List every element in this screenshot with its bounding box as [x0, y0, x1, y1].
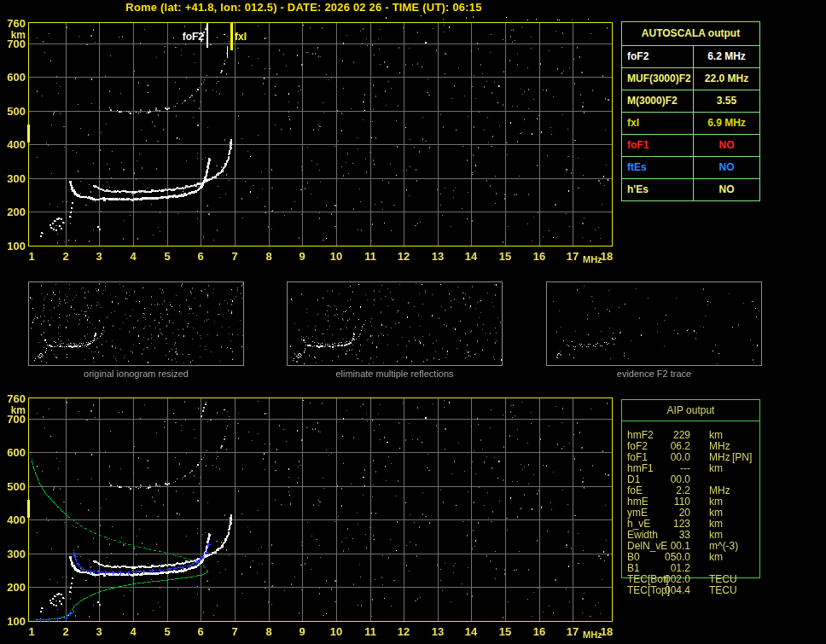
aip-row-TEC[Top]: TEC[Top]004.4TECU	[622, 585, 810, 596]
x-tick-label: 16	[528, 250, 550, 263]
y-axis-unit-label: km	[0, 404, 26, 416]
autoscala-row-ftEs: ftEsNO	[622, 157, 759, 179]
thumbnail-caption-evidence: evidence F2 trace	[546, 368, 762, 379]
x-tick-label: 13	[427, 625, 449, 638]
aip-output-table: AIP output hmF2229kmfoF206.2MHzfoF100.0M…	[621, 399, 760, 578]
autoscala-row-label: h'Es	[622, 179, 694, 200]
x-tick-label: 14	[460, 250, 482, 263]
x-tick-label: 1	[20, 250, 43, 263]
y-tick-label: 600	[0, 446, 26, 459]
x-tick-label: 7	[224, 250, 246, 263]
y-tick-label: 200	[0, 581, 26, 594]
thumbnail-caption-eliminate: eliminate multiple reflections	[287, 368, 503, 379]
autoscala-row-value: 3.55	[694, 90, 759, 112]
autoscala-row-label: M(3000)F2	[622, 90, 694, 112]
y-tick-label: 760	[0, 17, 26, 30]
x-tick-label: 2	[55, 250, 77, 263]
x-tick-label: 16	[528, 625, 550, 638]
thumbnail-caption-original: original ionogram resized	[28, 368, 244, 379]
x-tick-label: 15	[494, 625, 516, 638]
fxI-marker-label: fxI	[235, 31, 247, 43]
aip-table-header: AIP output	[622, 400, 759, 421]
autoscala-row-label: fxI	[622, 113, 694, 134]
y-tick-label: 300	[0, 172, 26, 185]
autoscala-screen: Rome (lat: +41.8, lon: 012.5) - DATE: 20…	[0, 0, 826, 644]
y-tick-label: 200	[0, 206, 26, 218]
y-tick-label: 400	[0, 138, 26, 151]
autoscala-row-label: foF2	[622, 46, 694, 67]
aip-unit: km	[709, 552, 723, 563]
autoscala-row-label: ftEs	[622, 157, 694, 178]
y-tick-label: 500	[0, 480, 26, 493]
y-tick-label: 400	[0, 513, 26, 526]
x-tick-label: 6	[189, 625, 212, 638]
aip-value: 004.4	[637, 585, 690, 596]
x-tick-label: 11	[359, 625, 381, 638]
y-tick-label: 600	[0, 71, 26, 84]
x-tick-label: 12	[393, 250, 415, 263]
x-tick-label: 8	[258, 625, 280, 638]
x-tick-label: 1	[20, 625, 43, 638]
x-tick-label: 11	[359, 250, 381, 263]
x-tick-label: 9	[291, 625, 313, 638]
aip-row-hmF1: hmF1---km	[622, 463, 810, 474]
aip-unit: TECU	[709, 585, 737, 596]
x-tick-label: 10	[325, 250, 347, 263]
x-tick-label: 15	[494, 250, 516, 263]
aip-extra: [PN]	[732, 452, 752, 463]
autoscala-table-header: AUTOSCALA output	[622, 22, 759, 46]
autoscala-row-value: NO	[694, 135, 759, 156]
autoscala-row-foF2: foF26.2 MHz	[622, 46, 759, 68]
x-tick-label: 8	[258, 250, 280, 263]
x-tick-label: 4	[122, 250, 144, 263]
autoscala-row-value: 6.9 MHz	[694, 113, 759, 134]
x-axis-unit-label: MHz	[583, 629, 602, 640]
x-tick-label: 17	[561, 250, 584, 263]
autoscala-row-value: 6.2 MHz	[694, 46, 759, 67]
x-tick-label: 2	[55, 625, 77, 638]
x-tick-label: 6	[189, 250, 212, 263]
autoscala-table-body: foF26.2 MHzMUF(3000)F222.0 MHzM(3000)F23…	[622, 46, 759, 200]
x-tick-label: 17	[561, 625, 584, 638]
x-tick-label: 10	[325, 625, 347, 638]
x-tick-label: 7	[224, 625, 246, 638]
x-tick-label: 13	[427, 250, 449, 263]
aip-row-B0: B0050.0km	[622, 552, 810, 563]
autoscala-row-fxI: fxI6.9 MHz	[622, 113, 759, 135]
y-tick-label: 760	[0, 392, 26, 405]
autoscala-row-h'Es: h'EsNO	[622, 179, 759, 200]
autoscala-output-table: AUTOSCALA output foF26.2 MHzMUF(3000)F22…	[621, 21, 760, 201]
x-axis-unit-label: MHz	[583, 254, 602, 264]
autoscala-row-label: MUF(3000)F2	[622, 68, 694, 90]
autoscala-row-M(3000)F2: M(3000)F23.55	[622, 90, 759, 113]
autoscala-row-MUF(3000)F2: MUF(3000)F222.0 MHz	[622, 68, 759, 90]
x-tick-label: 3	[88, 250, 110, 263]
autoscala-row-foF1: foF1NO	[622, 135, 759, 157]
autoscala-row-label: foF1	[622, 135, 694, 156]
y-tick-label: 500	[0, 105, 26, 118]
x-tick-label: 14	[460, 625, 482, 638]
x-tick-label: 5	[156, 250, 178, 263]
aip-unit: km	[709, 463, 723, 474]
x-tick-label: 3	[88, 625, 110, 638]
x-tick-label: 4	[122, 625, 144, 638]
autoscala-row-value: NO	[694, 179, 759, 200]
autoscala-row-value: 22.0 MHz	[694, 68, 759, 90]
foF2-marker-label: foF2	[174, 31, 204, 43]
y-axis-unit-label: km	[0, 29, 26, 41]
x-tick-label: 5	[156, 625, 178, 638]
x-tick-label: 12	[393, 625, 415, 638]
autoscala-row-value: NO	[694, 157, 759, 178]
y-tick-label: 300	[0, 548, 26, 560]
x-tick-label: 9	[291, 250, 313, 263]
